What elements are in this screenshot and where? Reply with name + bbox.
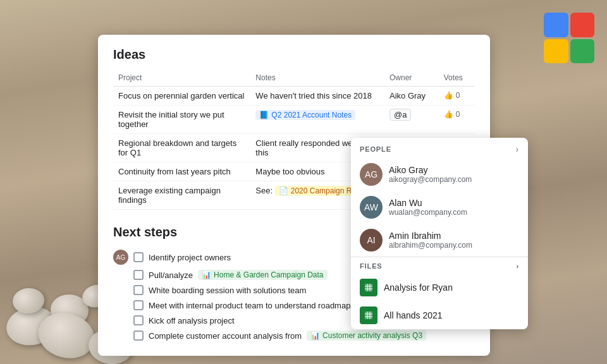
file-item-allhands[interactable]: All hands 2021 [351, 301, 528, 329]
checkbox[interactable] [133, 315, 144, 325]
sheets-tag[interactable]: 📊 Home & Garden Campaign Data [198, 270, 327, 280]
sheets-icon [360, 279, 377, 296]
google-logo-yellow [544, 39, 568, 64]
notes-cell: We haven't tried this since 2018 [250, 87, 384, 106]
sheets-icon: 📊 [202, 270, 211, 279]
chevron-right-icon[interactable]: › [516, 262, 519, 270]
person-email: wualan@company.com [389, 208, 467, 217]
google-logo-red [570, 13, 595, 37]
google-logo-blue [544, 13, 568, 37]
avatar: AG [360, 163, 383, 186]
person-info: Aiko Gray aikogray@company.com [389, 165, 472, 184]
sheets-icon [360, 306, 377, 324]
person-info: Amin Ibrahim albrahim@company.com [389, 231, 472, 250]
notes-cell: 📘 Q2 2021 Account Notes [250, 106, 384, 134]
col-header-owner: Owner [384, 71, 439, 87]
chevron-right-icon[interactable]: › [515, 144, 519, 154]
checkbox[interactable] [133, 331, 144, 341]
project-cell: Focus on perennial garden vertical [113, 87, 250, 106]
person-item-alan[interactable]: AW Alan Wu wualan@company.com [351, 191, 528, 224]
thumbs-up-icon: 👍 [444, 91, 453, 100]
avatar: AW [360, 196, 383, 219]
google-logo [544, 13, 594, 63]
doc-icon: 📘 [259, 111, 269, 119]
col-header-notes: Notes [250, 71, 384, 87]
people-section-header: PEOPLE › [351, 138, 528, 158]
col-header-project: Project [113, 71, 250, 87]
project-cell: Continuity from last years pitch [113, 162, 250, 181]
files-section-header: FILES › [351, 257, 528, 274]
person-name: Alan Wu [389, 198, 467, 208]
file-name: Analysis for Ryan [384, 282, 453, 293]
person-name: Aiko Gray [389, 165, 472, 175]
person-item-aiko[interactable]: AG Aiko Gray aikogray@company.com [351, 158, 528, 191]
col-header-votes: Votes [439, 71, 475, 87]
person-name: Amin Ibrahim [389, 231, 472, 241]
list-item: Complete customer account analysis from … [113, 328, 475, 343]
file-name: All hands 2021 [384, 310, 443, 320]
google-logo-green [570, 39, 595, 64]
sheets-tag[interactable]: 📊 Customer activity analysis Q3 [307, 331, 426, 341]
votes-cell: 👍 0 [439, 106, 475, 134]
owner-input-field[interactable]: @a [389, 109, 411, 121]
owner-cell: Aiko Gray [384, 87, 439, 106]
avatar: AI [360, 229, 383, 252]
svg-rect-0 [365, 284, 372, 291]
checkbox[interactable] [133, 300, 144, 310]
person-email: aikogray@company.com [389, 175, 472, 184]
person-item-amin[interactable]: AI Amin Ibrahim albrahim@company.com [351, 224, 528, 257]
table-row: Focus on perennial garden vertical We ha… [113, 87, 475, 106]
person-email: albrahim@company.com [389, 241, 472, 250]
votes-cell: 👍 0 [439, 87, 475, 106]
files-label: FILES [360, 262, 383, 270]
thumbs-up-icon: 👍 [444, 110, 453, 119]
file-item-analysis[interactable]: Analysis for Ryan [351, 274, 528, 301]
sheets-icon: 📊 [310, 331, 320, 340]
checkbox[interactable] [133, 252, 144, 262]
dropdown-panel: PEOPLE › AG Aiko Gray aikogray@company.c… [351, 138, 528, 329]
owner-input-cell[interactable]: @a [384, 106, 439, 134]
notes-tag-blue[interactable]: 📘 Q2 2021 Account Notes [255, 110, 355, 120]
svg-rect-5 [365, 312, 372, 319]
project-cell: Leverage existing campaign findings [113, 181, 250, 210]
project-cell: Regional breakdown and targets for Q1 [113, 134, 250, 162]
people-label: PEOPLE [360, 145, 391, 153]
avatar: AG [113, 250, 128, 265]
checkbox[interactable] [133, 285, 144, 295]
ideas-title: Ideas [113, 47, 475, 62]
person-info: Alan Wu wualan@company.com [389, 198, 467, 217]
doc-icon: 📄 [279, 186, 288, 195]
checkbox[interactable] [133, 270, 144, 280]
project-cell: Revisit the initial story we put togethe… [113, 106, 250, 134]
table-row: Revisit the initial story we put togethe… [113, 106, 475, 134]
